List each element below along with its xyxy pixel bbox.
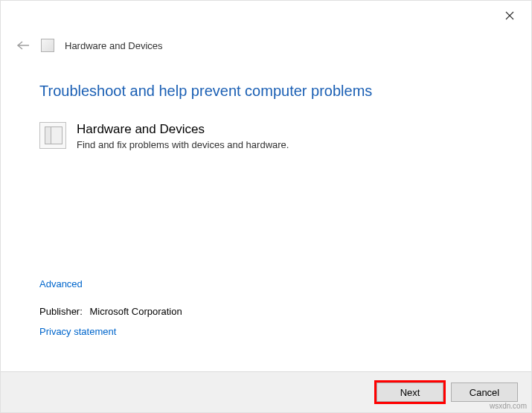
device-description: Find and fix problems with devices and h… xyxy=(77,139,289,150)
window-title: Hardware and Devices xyxy=(65,40,163,51)
advanced-link[interactable]: Advanced xyxy=(39,278,83,289)
publisher-row: Publisher: Microsoft Corporation xyxy=(39,306,493,317)
privacy-statement-link[interactable]: Privacy statement xyxy=(39,326,116,337)
publisher-label: Publisher: xyxy=(39,306,83,317)
wizard-header: Hardware and Devices xyxy=(1,1,531,53)
troubleshooter-icon xyxy=(41,39,54,52)
main-heading: Troubleshoot and help prevent computer p… xyxy=(39,83,493,100)
cancel-button[interactable]: Cancel xyxy=(451,382,518,402)
watermark: wsxdn.com xyxy=(490,402,527,410)
hardware-devices-icon xyxy=(39,122,66,149)
close-button[interactable] xyxy=(499,7,521,25)
device-title: Hardware and Devices xyxy=(77,122,289,137)
publisher-value: Microsoft Corporation xyxy=(89,306,182,317)
footer-bar: Next Cancel xyxy=(1,371,531,412)
device-section: Hardware and Devices Find and fix proble… xyxy=(39,122,493,150)
content-area: Troubleshoot and help prevent computer p… xyxy=(1,53,531,338)
back-arrow-icon[interactable] xyxy=(16,38,31,53)
device-text: Hardware and Devices Find and fix proble… xyxy=(77,122,289,150)
next-button[interactable]: Next xyxy=(376,382,443,402)
